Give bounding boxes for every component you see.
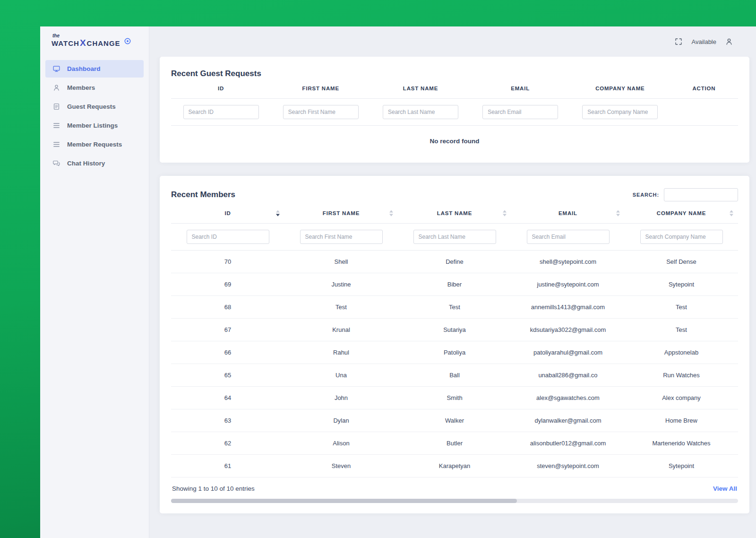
cell-last-name: Biber: [398, 273, 511, 296]
cell-last-name: Walker: [398, 409, 511, 432]
view-all-link[interactable]: View All: [713, 485, 737, 492]
member-row: 68TestTestannemills1413@gmail.comTest: [171, 296, 738, 319]
members-title: Recent Members: [171, 190, 235, 200]
sidebar-item-label: Chat History: [67, 160, 105, 167]
cell-id: 65: [171, 364, 284, 387]
guest-column-search-input[interactable]: [582, 105, 658, 119]
cell-company: Appstonelab: [625, 341, 738, 364]
content: Recent Guest Requests IDFIRST NAMELAST N…: [149, 57, 756, 538]
brand-logo-text: theWatchXChange: [52, 38, 120, 48]
sort-icons[interactable]: [616, 210, 620, 217]
cell-first-name: Rahul: [284, 341, 398, 364]
sort-icons[interactable]: [389, 210, 393, 217]
guest-column-header: LAST NAME: [370, 78, 470, 99]
members-column-search-input[interactable]: [300, 230, 383, 244]
sort-asc-icon: [276, 210, 280, 213]
sort-desc-icon: [503, 214, 507, 217]
sidebar-item-guest-requests[interactable]: Guest Requests: [45, 98, 144, 115]
guest-column-search-input[interactable]: [283, 105, 359, 119]
horizontal-scrollbar[interactable]: [171, 499, 738, 503]
sidebar-item-label: Dashboard: [67, 65, 101, 72]
cell-last-name: Smith: [398, 387, 511, 409]
guest-column-search-input[interactable]: [383, 105, 458, 119]
cell-company: Sytepoint: [625, 455, 738, 477]
cell-email: alisonbutler012@gmail.com: [511, 432, 625, 455]
member-row: 67KrunalSutariyakdsutariya3022@gmail.com…: [171, 319, 738, 341]
brand-logo[interactable]: theWatchXChange: [40, 26, 149, 59]
cell-email: steven@sytepoint.com: [511, 455, 625, 477]
sidebar-item-label: Guest Requests: [67, 103, 116, 110]
members-column-header[interactable]: FIRST NAME: [284, 203, 398, 224]
availability-status[interactable]: Available: [691, 38, 716, 45]
cell-company: Alex company: [625, 387, 738, 409]
app-window: theWatchXChange DashboardMembersGuest Re…: [40, 26, 756, 538]
cell-email: annemills1413@gmail.com: [511, 296, 625, 319]
logo-x: X: [80, 38, 86, 48]
sidebar-item-member-requests[interactable]: Member Requests: [45, 136, 144, 153]
fullscreen-icon[interactable]: [674, 37, 683, 46]
guest-requests-table: IDFIRST NAMELAST NAMEEMAILCOMPANY NAMEAC…: [171, 78, 738, 126]
guest-column-search-input[interactable]: [183, 105, 259, 119]
sort-desc-icon: [730, 214, 733, 217]
members-column-search-input[interactable]: [187, 230, 269, 244]
sidebar-item-members[interactable]: Members: [45, 79, 144, 96]
recent-members-card: Recent Members SEARCH: IDFIRST NAMELAST …: [160, 176, 749, 513]
cell-id: 63: [171, 409, 284, 432]
members-column-search-input[interactable]: [640, 230, 723, 244]
cell-id: 66: [171, 341, 284, 364]
members-column-header[interactable]: COMPANY NAME: [625, 203, 738, 224]
guest-column-search-input[interactable]: [482, 105, 558, 119]
members-header-row: IDFIRST NAMELAST NAMEEMAILCOMPANY NAME: [171, 203, 738, 224]
document-icon: [52, 103, 60, 111]
guest-column-header: FIRST NAME: [271, 78, 370, 99]
main-area: Available Recent Guest Requests IDFIRST …: [149, 26, 756, 538]
cell-company: Sytepoint: [625, 273, 738, 296]
guest-column-header: EMAIL: [471, 78, 570, 99]
cell-id: 69: [171, 273, 284, 296]
search-label: SEARCH:: [633, 192, 659, 198]
guest-column-header: ACTION: [670, 78, 738, 99]
cell-company: Home Brew: [625, 409, 738, 432]
cell-id: 62: [171, 432, 284, 455]
cell-first-name: Steven: [284, 455, 398, 477]
members-column-header[interactable]: LAST NAME: [398, 203, 511, 224]
cell-first-name: Justine: [284, 273, 398, 296]
sort-desc-icon: [389, 214, 393, 217]
cell-first-name: Test: [284, 296, 398, 319]
empty-message: No record found: [171, 126, 738, 153]
sidebar-item-chat-history[interactable]: Chat History: [45, 155, 144, 172]
sidebar-item-dashboard[interactable]: Dashboard: [45, 60, 144, 78]
cell-email: dylanwalker@gmail.com: [511, 409, 625, 432]
sort-asc-icon: [616, 210, 620, 213]
guest-header-row: IDFIRST NAMELAST NAMEEMAILCOMPANY NAMEAC…: [171, 78, 738, 99]
user-icon[interactable]: [725, 37, 733, 46]
sort-asc-icon: [389, 210, 393, 213]
sort-icons[interactable]: [730, 210, 733, 217]
sort-asc-icon: [503, 210, 507, 213]
cell-last-name: Butler: [398, 432, 511, 455]
sidebar-item-member-listings[interactable]: Member Listings: [45, 117, 144, 134]
cell-id: 64: [171, 387, 284, 409]
target-icon: [124, 37, 131, 45]
cell-company: Run Watches: [625, 364, 738, 387]
topbar: Available: [149, 26, 756, 57]
members-column-search-input[interactable]: [527, 230, 610, 244]
guest-column-header: ID: [171, 78, 271, 99]
sort-icons[interactable]: [276, 210, 280, 217]
sort-icons[interactable]: [503, 210, 507, 217]
members-column-search-input[interactable]: [413, 230, 496, 244]
sidebar-nav: DashboardMembersGuest RequestsMember Lis…: [40, 60, 149, 172]
sort-desc-icon: [616, 214, 620, 217]
members-column-header[interactable]: ID: [171, 203, 284, 224]
cell-last-name: Test: [398, 296, 511, 319]
members-table: IDFIRST NAMELAST NAMEEMAILCOMPANY NAME70…: [171, 203, 738, 477]
scrollbar-thumb[interactable]: [171, 499, 517, 503]
sort-asc-icon: [730, 210, 733, 213]
cell-id: 61: [171, 455, 284, 477]
sidebar-item-label: Member Requests: [67, 141, 122, 148]
members-column-header[interactable]: EMAIL: [511, 203, 625, 224]
recent-guest-requests-card: Recent Guest Requests IDFIRST NAMELAST N…: [160, 57, 749, 163]
cell-last-name: Define: [398, 251, 511, 273]
members-search-input[interactable]: [664, 188, 738, 201]
logo-change: Change: [87, 39, 120, 47]
